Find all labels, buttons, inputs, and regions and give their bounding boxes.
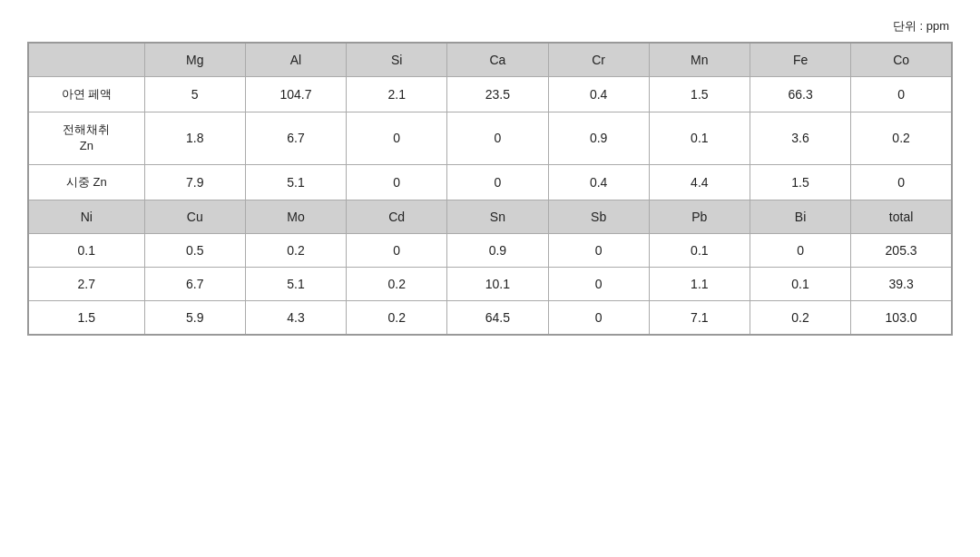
cell-r2-pb: 1.1: [649, 267, 750, 300]
col-header-cr: Cr: [548, 43, 649, 77]
col-header-mo: Mo: [245, 200, 346, 233]
col-header-ca: Ca: [447, 43, 548, 77]
col-header-mn: Mn: [649, 43, 750, 77]
cell-r2-fe: 3.6: [750, 112, 850, 164]
cell-r2-si: 0: [347, 112, 447, 164]
cell-r3-mn: 4.4: [649, 164, 750, 200]
col-header-al: Al: [245, 43, 346, 77]
col-header-bi: Bi: [750, 200, 850, 233]
cell-r2-co: 0.2: [851, 112, 952, 164]
cell-r3-sb: 0: [548, 300, 649, 335]
cell-r2-sb: 0: [548, 267, 649, 300]
cell-r2-ni: 2.7: [28, 267, 144, 300]
cell-r2-mg: 1.8: [144, 112, 245, 164]
cell-r2-bi: 0.1: [750, 267, 850, 300]
cell-r3-cd: 0.2: [347, 300, 447, 335]
col-header-pb: Pb: [649, 200, 750, 233]
cell-r2-ca: 0: [447, 112, 548, 164]
cell-r1-co: 0: [851, 77, 952, 112]
col-header-ni: Ni: [28, 200, 144, 233]
cell-r1-ni: 0.1: [28, 233, 144, 267]
col-header-mg: Mg: [144, 43, 245, 77]
row-label-zinc-waste: 아연 페액: [28, 77, 144, 112]
cell-r1-bi: 0: [750, 233, 850, 267]
cell-r1-mn: 1.5: [649, 77, 750, 112]
cell-r3-ni: 1.5: [28, 300, 144, 335]
cell-r3-sn: 64.5: [447, 300, 548, 335]
cell-r3-al: 5.1: [245, 164, 346, 200]
col-header-co: Co: [851, 43, 952, 77]
cell-r3-mo: 4.3: [245, 300, 346, 335]
col-header-fe: Fe: [750, 43, 850, 77]
cell-r3-cr: 0.4: [548, 164, 649, 200]
data-table: Mg Al Si Ca Cr Mn Fe Co 아연 페액 5 104.7 2.…: [27, 42, 953, 336]
row-label-electrolytic-zn: 전해채취Zn: [28, 112, 144, 164]
table-row-1b: 0.1 0.5 0.2 0 0.9 0 0.1 0 205.3: [28, 233, 952, 267]
col-header-cd: Cd: [347, 200, 447, 233]
unit-label: 단위 : ppm: [893, 18, 949, 34]
cell-r1-cr: 0.4: [548, 77, 649, 112]
table-row-3b: 1.5 5.9 4.3 0.2 64.5 0 7.1 0.2 103.0: [28, 300, 952, 335]
table-row-3a: 시중 Zn 7.9 5.1 0 0 0.4 4.4 1.5 0: [28, 164, 952, 200]
cell-r3-fe: 1.5: [750, 164, 850, 200]
table-row-2b: 2.7 6.7 5.1 0.2 10.1 0 1.1 0.1 39.3: [28, 267, 952, 300]
cell-r1-mg: 5: [144, 77, 245, 112]
cell-r3-cu: 5.9: [144, 300, 245, 335]
col-header-si: Si: [347, 43, 447, 77]
cell-r1-cu: 0.5: [144, 233, 245, 267]
cell-r1-al: 104.7: [245, 77, 346, 112]
cell-r1-total: 205.3: [851, 233, 952, 267]
col-header-total: total: [851, 200, 952, 233]
header-row-2: Ni Cu Mo Cd Sn Sb Pb Bi total: [28, 200, 952, 233]
cell-r2-mo: 5.1: [245, 267, 346, 300]
cell-r3-bi: 0.2: [750, 300, 850, 335]
header-row-1: Mg Al Si Ca Cr Mn Fe Co: [28, 43, 952, 77]
cell-r2-cr: 0.9: [548, 112, 649, 164]
cell-r1-fe: 66.3: [750, 77, 850, 112]
cell-r3-co: 0: [851, 164, 952, 200]
cell-r2-mn: 0.1: [649, 112, 750, 164]
cell-r3-pb: 7.1: [649, 300, 750, 335]
cell-r1-sb: 0: [548, 233, 649, 267]
cell-r3-si: 0: [347, 164, 447, 200]
cell-r2-total: 39.3: [851, 267, 952, 300]
table-row-2a: 전해채취Zn 1.8 6.7 0 0 0.9 0.1 3.6 0.2: [28, 112, 952, 164]
cell-r1-pb: 0.1: [649, 233, 750, 267]
row-label-market-zn: 시중 Zn: [28, 164, 144, 200]
header-empty: [28, 43, 144, 77]
table-wrapper: Mg Al Si Ca Cr Mn Fe Co 아연 페액 5 104.7 2.…: [27, 42, 953, 336]
cell-r1-cd: 0: [347, 233, 447, 267]
cell-r1-ca: 23.5: [447, 77, 548, 112]
cell-r3-total: 103.0: [851, 300, 952, 335]
cell-r2-cu: 6.7: [144, 267, 245, 300]
cell-r3-ca: 0: [447, 164, 548, 200]
cell-r1-sn: 0.9: [447, 233, 548, 267]
cell-r2-cd: 0.2: [347, 267, 447, 300]
col-header-sn: Sn: [447, 200, 548, 233]
cell-r1-si: 2.1: [347, 77, 447, 112]
col-header-sb: Sb: [548, 200, 649, 233]
cell-r3-mg: 7.9: [144, 164, 245, 200]
cell-r2-al: 6.7: [245, 112, 346, 164]
table-row-1a: 아연 페액 5 104.7 2.1 23.5 0.4 1.5 66.3 0: [28, 77, 952, 112]
cell-r1-mo: 0.2: [245, 233, 346, 267]
col-header-cu: Cu: [144, 200, 245, 233]
cell-r2-sn: 10.1: [447, 267, 548, 300]
